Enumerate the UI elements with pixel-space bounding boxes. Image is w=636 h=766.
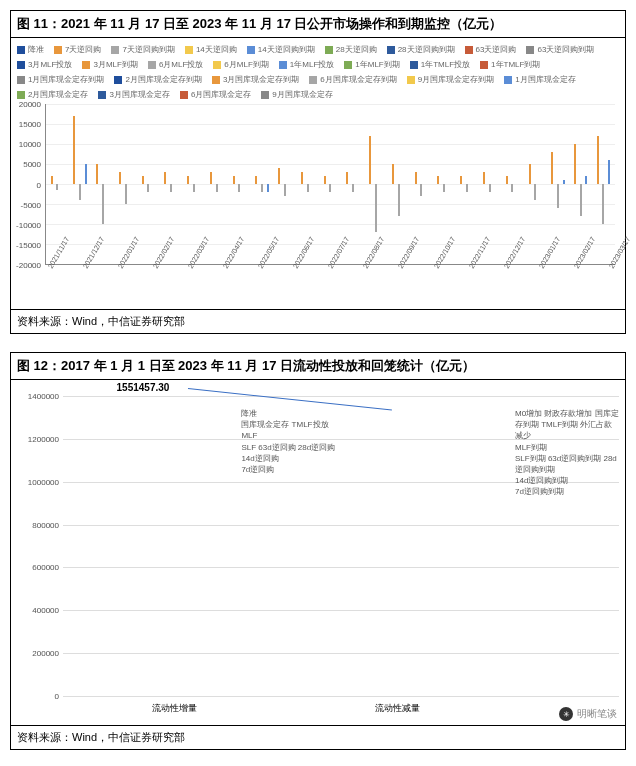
chart-11-title: 图 11：2021 年 11 月 17 日至 2023 年 11 月 17 日公… bbox=[11, 11, 625, 38]
chart-11-block: 图 11：2021 年 11 月 17 日至 2023 年 11 月 17 日公… bbox=[10, 10, 626, 334]
legend-item: 14天逆回购到期 bbox=[247, 44, 315, 55]
legend-item: 7天逆回购到期 bbox=[111, 44, 174, 55]
legend-item: 1年TMLF到期 bbox=[480, 59, 540, 70]
chart-12-source: 资料来源：Wind，中信证券研究部 bbox=[11, 725, 625, 749]
legend-item: 6月MLF到期 bbox=[213, 59, 268, 70]
legend-item: 1月国库现金定存到期 bbox=[17, 74, 104, 85]
legend-item: 9月国库现金定存到期 bbox=[407, 74, 494, 85]
legend-item: 3月国库现金定存到期 bbox=[212, 74, 299, 85]
legend-item: 63天逆回购到期 bbox=[526, 44, 594, 55]
legend-item: 6月国库现金定存 bbox=[180, 89, 251, 100]
legend-item: 1月国库现金定存 bbox=[504, 74, 575, 85]
watermark-text: 明晰笔谈 bbox=[577, 707, 617, 721]
chart-12-xaxis: 流动性增量 流动性减量 bbox=[63, 702, 509, 715]
legend-item: 14天逆回购 bbox=[185, 44, 237, 55]
legend-item: 1年MLF到期 bbox=[344, 59, 399, 70]
chart-12-yaxis: 0200000400000600000800000100000012000001… bbox=[17, 396, 61, 696]
chart-12-plot: 0200000400000600000800000100000012000001… bbox=[63, 396, 509, 696]
legend-item: 2月国库现金定存到期 bbox=[114, 74, 201, 85]
legend-item: 3月国库现金定存 bbox=[98, 89, 169, 100]
legend-item: 3月MLF到期 bbox=[82, 59, 137, 70]
legend-item: 降准 bbox=[17, 44, 44, 55]
chart-12-title: 图 12：2017 年 1 月 1 日至 2023 年 11 月 17 日流动性… bbox=[11, 353, 625, 380]
legend-item: 9月国库现金定存 bbox=[261, 89, 332, 100]
chart-12-body: 0200000400000600000800000100000012000001… bbox=[11, 380, 625, 725]
legend-item: 7天逆回购 bbox=[54, 44, 101, 55]
chart-11-yaxis: -20000-15000-10000-500005000100001500020… bbox=[17, 104, 43, 265]
chart-11-legend: 降准7天逆回购7天逆回购到期14天逆回购14天逆回购到期28天逆回购28天逆回购… bbox=[17, 44, 619, 100]
right-series-labels: M0增加 财政存款增加 国库定存到期 TMLF到期 外汇占款减少MLF到期SLF… bbox=[515, 408, 619, 498]
legend-item: 63天逆回购 bbox=[465, 44, 517, 55]
chart-12-block: 图 12：2017 年 1 月 1 日至 2023 年 11 月 17 日流动性… bbox=[10, 352, 626, 750]
wechat-icon: ✳ bbox=[559, 707, 573, 721]
chart-11-source: 资料来源：Wind，中信证券研究部 bbox=[11, 309, 625, 333]
xcat-1: 流动性减量 bbox=[286, 702, 509, 715]
xcat-0: 流动性增量 bbox=[63, 702, 286, 715]
legend-item: 6月MLF投放 bbox=[148, 59, 203, 70]
legend-item: 6月国库现金定存到期 bbox=[309, 74, 396, 85]
legend-item: 1年TMLF投放 bbox=[410, 59, 470, 70]
legend-item: 28天逆回购到期 bbox=[387, 44, 455, 55]
legend-item: 2月国库现金定存 bbox=[17, 89, 88, 100]
chart-11-xaxis: 2021/11/172021/12/172022/01/172022/02/17… bbox=[45, 265, 619, 307]
legend-item: 3月MLF投放 bbox=[17, 59, 72, 70]
top-value-0: 1551457.30 bbox=[117, 382, 170, 393]
top-value-1: 1437957.73 bbox=[357, 414, 410, 425]
left-series-labels: 降准国库现金定存 TMLF投放MLFSLF 63d逆回购 28d逆回购14d逆回… bbox=[241, 408, 335, 475]
legend-item: 28天逆回购 bbox=[325, 44, 377, 55]
chart-11-body: 降准7天逆回购7天逆回购到期14天逆回购14天逆回购到期28天逆回购28天逆回购… bbox=[11, 38, 625, 309]
legend-item: 1年MLF投放 bbox=[279, 59, 334, 70]
watermark: ✳ 明晰笔谈 bbox=[559, 707, 617, 721]
